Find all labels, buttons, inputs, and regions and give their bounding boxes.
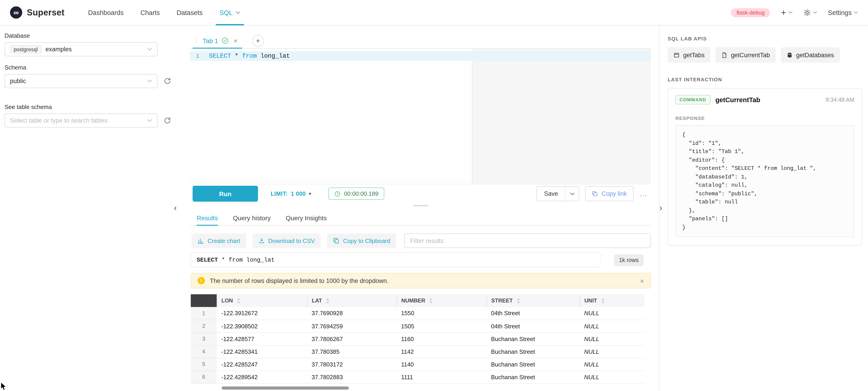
copy-icon	[592, 191, 598, 197]
chevron-down-icon	[813, 11, 817, 13]
sqllab-api-panel: SQL LAB APIS getTabs getCurrentTab getDa…	[659, 26, 868, 391]
clipboard-icon	[333, 237, 339, 244]
save-options-button[interactable]	[565, 187, 579, 201]
chevron-down-icon	[788, 11, 793, 13]
results-actions: Create chart Download to CSV Copy to Cli…	[192, 233, 651, 248]
copy-link-button[interactable]: Copy link	[585, 186, 633, 201]
close-tab-icon[interactable]: ×	[234, 37, 238, 44]
table-header-row: LON LAT NUMBER STREET UNIT	[191, 294, 645, 307]
theme-toggle-button[interactable]	[803, 9, 817, 16]
sort-icon	[601, 298, 605, 303]
results-tabbar: Results Query history Query Insights	[190, 211, 651, 226]
query-preview: SELECT * from long_lat	[191, 253, 600, 267]
splitter-grip-icon	[413, 205, 428, 206]
sort-icon	[429, 298, 433, 303]
table-row: 2 -122.3908502 37.7694259 1505 04th Stre…	[191, 320, 645, 332]
chart-icon	[197, 237, 204, 244]
results-pane: Results Query history Query Insights Cre…	[190, 211, 651, 389]
copy-to-clipboard-button[interactable]: Copy to Clipboard	[327, 233, 396, 248]
editor-print-margin	[472, 48, 651, 184]
app-root: ∞ Superset Dashboards Charts Datasets SQ…	[0, 0, 868, 391]
table-row: 5 -122.4285247 37.7803172 1140 Buchanan …	[191, 358, 645, 370]
nav-charts[interactable]: Charts	[141, 0, 160, 25]
save-button[interactable]: Save	[537, 187, 565, 201]
database-icon	[787, 52, 793, 58]
command-badge: COMMAND	[675, 95, 710, 104]
navbar-right: flask-debug + Settings	[731, 8, 858, 17]
column-header-number[interactable]: NUMBER	[397, 294, 487, 307]
sqllab-main: ⋮ Tab 1 × + 1 SELECT * from long_lat Run…	[190, 26, 651, 389]
column-header-lat[interactable]: LAT	[307, 294, 397, 307]
table-select-placeholder: Select table or type to search tables	[10, 117, 107, 124]
last-interaction-title: LAST INTERACTION	[668, 77, 862, 82]
gettabs-button[interactable]: getTabs	[668, 47, 711, 63]
run-button[interactable]: Run	[193, 186, 258, 202]
close-alert-icon[interactable]: ×	[640, 277, 644, 285]
rows-limit-alert: ! The number of rows displayed is limite…	[191, 273, 651, 288]
sqllab-sidebar: Database postgresql examples Schema publ…	[0, 26, 183, 128]
response-json: { "id": "1", "title": "Tab 1", "editor":…	[675, 125, 855, 237]
filter-results-input[interactable]	[404, 233, 651, 248]
create-chart-button[interactable]: Create chart	[192, 233, 246, 248]
column-header-unit[interactable]: UNIT	[580, 294, 645, 307]
query-preview-row: SELECT * from long_lat 1k rows	[191, 253, 644, 267]
chevron-down-icon	[147, 48, 152, 51]
pane-splitter[interactable]	[190, 202, 651, 209]
interaction-card: COMMAND getCurrentTab 9:34:48 AM RESPONS…	[668, 88, 862, 246]
getdatabases-button[interactable]: getDatabases	[781, 47, 840, 63]
new-item-button[interactable]: +	[781, 8, 793, 17]
nav-dashboards[interactable]: Dashboards	[88, 0, 124, 25]
editor-line-number: 1	[190, 51, 205, 61]
nav-datasets[interactable]: Datasets	[177, 0, 203, 25]
query-timer: 00:00:00.189	[329, 188, 384, 200]
sql-editor[interactable]: 1 SELECT * from long_lat	[190, 48, 651, 184]
clock-icon	[335, 191, 341, 197]
table-schema-label: See table schema	[4, 103, 176, 111]
tab-query-history[interactable]: Query history	[233, 211, 271, 225]
brand[interactable]: ∞ Superset	[10, 6, 64, 19]
tab-query-insights[interactable]: Query Insights	[286, 211, 327, 225]
nav-sql[interactable]: SQL	[219, 0, 240, 25]
table-row: 4 -122.4285341 37.780385 1142 Buchanan S…	[191, 345, 645, 358]
table-corner-header	[191, 294, 217, 307]
table-select[interactable]: Select table or type to search tables	[4, 113, 158, 128]
superset-logo-icon: ∞	[10, 6, 22, 19]
main-nav: Dashboards Charts Datasets SQL	[88, 0, 240, 25]
results-table: LON LAT NUMBER STREET UNIT 1 -122.391267…	[191, 294, 651, 384]
limit-dropdown[interactable]: LIMIT: 1 000 ▾	[271, 191, 311, 197]
database-engine-tag: postgresql	[10, 45, 41, 53]
schema-select[interactable]: public	[4, 74, 158, 88]
chevron-down-icon	[147, 119, 152, 122]
tab-results[interactable]: Results	[197, 211, 218, 225]
api-panel-title: SQL LAB APIS	[668, 36, 862, 41]
scrollbar-thumb[interactable]	[222, 386, 349, 389]
download-icon	[258, 237, 265, 244]
refresh-schemas-button[interactable]	[163, 77, 171, 85]
column-header-street[interactable]: STREET	[487, 294, 580, 307]
query-success-icon	[222, 37, 229, 44]
database-select[interactable]: postgresql examples	[4, 42, 158, 56]
chevron-down-icon	[854, 11, 858, 13]
caret-down-icon: ▾	[309, 191, 311, 196]
tab-tab1[interactable]: ⋮ Tab 1 ×	[193, 33, 242, 48]
content: Database postgresql examples Schema publ…	[0, 26, 868, 391]
sort-icon	[517, 298, 521, 303]
download-csv-button[interactable]: Download to CSV	[252, 233, 321, 248]
collapse-right-panel-button[interactable]: ›	[659, 204, 662, 211]
new-tab-button[interactable]: +	[252, 35, 264, 46]
refresh-tables-button[interactable]	[163, 117, 171, 124]
horizontal-scrollbar[interactable]	[191, 386, 645, 389]
command-name: getCurrentTab	[715, 96, 761, 103]
plus-icon: +	[256, 37, 260, 44]
api-buttons: getTabs getCurrentTab getDatabases	[668, 47, 862, 63]
brand-name: Superset	[27, 7, 64, 18]
table-row: 1 -122.3912672 37.7690928 1550 04th Stre…	[191, 307, 645, 320]
collapse-left-panel-button[interactable]: ‹	[174, 204, 177, 211]
column-header-lon[interactable]: LON	[217, 294, 307, 307]
settings-menu[interactable]: Settings	[828, 9, 858, 16]
schema-label: Schema	[4, 64, 176, 71]
schema-select-value: public	[10, 78, 26, 85]
getcurrenttab-button[interactable]: getCurrentTab	[716, 47, 776, 63]
more-options-button[interactable]: …	[640, 189, 648, 198]
chevron-down-icon	[570, 192, 575, 195]
